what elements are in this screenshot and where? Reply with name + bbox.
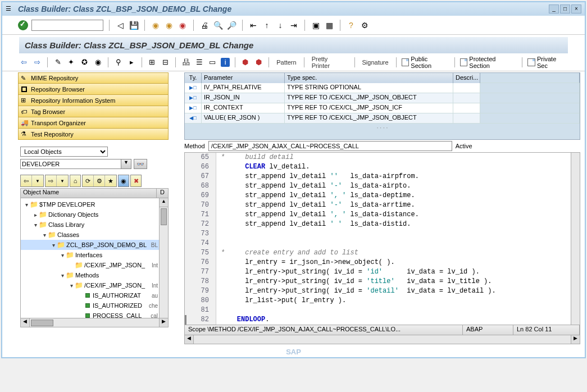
- enhance-icon[interactable]: ✪: [80, 57, 90, 67]
- tree-row[interactable]: ▾📁Class Library: [21, 220, 168, 230]
- app-toolbar: ◁ 💾 ◉ ◉ ◉ 🖨 🔍 🔎 ⇤ ↑ ↓ ⇥ ▣ ▦ ? ⚙: [2, 16, 585, 35]
- next-page-icon[interactable]: ↓: [275, 20, 285, 30]
- signature-button[interactable]: Signature: [360, 59, 391, 66]
- where-used-icon[interactable]: ⊞: [147, 57, 157, 67]
- tree-close-icon[interactable]: ✖: [130, 175, 142, 187]
- code-body[interactable]: * build detail CLEAR lv_detail. str_appe…: [216, 153, 571, 325]
- close-button[interactable]: ×: [571, 4, 581, 13]
- layout-icon[interactable]: ⚙: [360, 20, 370, 30]
- code-hscroll[interactable]: ◀▶: [184, 335, 580, 344]
- tree-back-dd-icon[interactable]: ▼: [32, 175, 43, 186]
- tree-row[interactable]: IS_AUTHORIZEDche: [21, 300, 168, 311]
- pretty-printer-button[interactable]: Pretty Printer: [310, 56, 349, 69]
- breakpoint-icon[interactable]: ⬢: [240, 57, 251, 67]
- param-row[interactable]: ▶□IV_PATH_RELATIVETYPE STRING OPTIONAL: [185, 83, 580, 93]
- other-object-icon[interactable]: ✦: [66, 57, 76, 67]
- tree-tool-icon[interactable]: ⚙: [94, 175, 105, 186]
- tree-toolbar: ⇦▼ ⇨▼ ⌂ ⟳⚙★ ◉ ✖: [20, 175, 169, 187]
- cancel-icon[interactable]: ◉: [178, 20, 188, 30]
- back-exit-icon[interactable]: ◉: [151, 20, 161, 30]
- nav-back-icon[interactable]: ⇦: [19, 57, 29, 67]
- status-pos: Ln 82 Col 11: [513, 325, 580, 335]
- public-section-link[interactable]: Public Section: [402, 56, 449, 69]
- print-icon[interactable]: 🖨: [199, 20, 210, 30]
- app-menu-icon[interactable]: ☰: [6, 5, 13, 13]
- param-row[interactable]: ◀□VALUE( ER_JSON )TYPE REF TO /CEX/CL_JM…: [185, 113, 580, 124]
- activate-icon[interactable]: ⚲: [113, 57, 124, 67]
- breakpoint2-icon[interactable]: ⬢: [254, 57, 264, 67]
- tree-fwd-dd-icon[interactable]: ▼: [57, 175, 68, 186]
- status-dot-icon: [85, 303, 90, 308]
- param-row[interactable]: ▶□IR_CONTEXTTYPE REF TO /CEX/CL_JMP_JSON…: [185, 103, 580, 113]
- nav-repo-info[interactable]: ⊞Repository Information System: [18, 95, 169, 106]
- tree-back-icon[interactable]: ⇦: [21, 175, 32, 186]
- outline-icon[interactable]: ☰: [194, 57, 204, 67]
- method-name-field[interactable]: [208, 141, 452, 151]
- check-icon[interactable]: ◉: [93, 57, 103, 67]
- minimize-button[interactable]: _: [549, 4, 559, 13]
- nav-test[interactable]: ⚗Test Repository: [18, 129, 169, 140]
- tree-vscroll[interactable]: ▲▼: [159, 198, 168, 327]
- nav-transport[interactable]: 🚚Transport Organizer: [18, 117, 169, 129]
- save-icon[interactable]: 💾: [129, 20, 139, 30]
- nav-fwd-icon[interactable]: ⇨: [33, 57, 43, 67]
- tree-row[interactable]: ▾📁Classes: [21, 230, 168, 240]
- tree-hscroll[interactable]: ◀▶: [21, 318, 168, 327]
- command-field[interactable]: [31, 20, 103, 31]
- action-bar: ⇦ ⇨ ✎ ✦ ✪ ◉ ⚲ ▸ ⊞ ⊟ 品 ☰ ▭ i ⬢ ⬢ Pattern …: [2, 53, 585, 71]
- last-page-icon[interactable]: ⇥: [289, 20, 299, 30]
- private-section-link[interactable]: Private Sec: [527, 56, 568, 69]
- exit-icon[interactable]: ◉: [164, 20, 174, 30]
- tree-row[interactable]: ▾📁ZCL_BSP_JSON_DEMO_BLBL: [21, 240, 168, 250]
- nav-tag[interactable]: 🏷Tag Browser: [18, 106, 169, 117]
- nav-repo-browser[interactable]: 🞐Repository Browser: [18, 84, 169, 95]
- enter-icon[interactable]: [18, 20, 28, 30]
- display-icon[interactable]: ✎: [53, 57, 63, 67]
- first-page-icon[interactable]: ⇤: [248, 20, 258, 30]
- test-icon[interactable]: ▸: [126, 57, 136, 67]
- tree-row[interactable]: ▾📁Methods: [21, 270, 168, 280]
- col-spec[interactable]: Type spec.: [285, 73, 453, 83]
- nav-mime[interactable]: ✎MIME Repository: [18, 72, 169, 84]
- param-row[interactable]: ▶□IR_JSON_INTYPE REF TO /CEX/CL_JMP_JSON…: [185, 93, 580, 103]
- tree-fwd-icon[interactable]: ⇨: [45, 175, 57, 186]
- package-input[interactable]: [20, 159, 121, 169]
- page-title: Class Builder: Class ZCL_BSP_JSON_DEMO_B…: [19, 37, 568, 53]
- tree-row[interactable]: IS_AUTHORIZATau: [21, 290, 168, 300]
- tree-row[interactable]: 📁/CEX/IF_JMP_JSON_Int: [21, 260, 168, 270]
- find-icon[interactable]: 🔍: [213, 20, 223, 30]
- display-list-icon[interactable]: ⊟: [161, 57, 171, 67]
- tree-set-icon[interactable]: ◉: [118, 175, 129, 187]
- tree-refresh-icon[interactable]: ⟳: [83, 175, 94, 186]
- hierarchy-icon[interactable]: 品: [181, 57, 191, 67]
- find-next-icon[interactable]: 🔎: [226, 20, 236, 30]
- fullscreen-icon[interactable]: ▭: [208, 57, 218, 67]
- col-type[interactable]: Ty.: [185, 73, 202, 83]
- tree-up-icon[interactable]: ⌂: [70, 175, 81, 187]
- tree-row[interactable]: ▸📁Dictionary Objects: [21, 209, 168, 220]
- maximize-button[interactable]: □: [560, 4, 570, 13]
- code-vscroll[interactable]: [571, 153, 580, 325]
- shortcut-icon[interactable]: ▦: [324, 20, 334, 30]
- status-bar: Scope \METHOD /CEX/IF_JMP_JSON_AJAX_CALL…: [184, 325, 580, 335]
- status-dot-icon: [85, 293, 90, 298]
- col-desc[interactable]: Descri...: [453, 73, 480, 83]
- help-icon[interactable]: ?: [346, 20, 356, 30]
- status-scope: Scope \METHOD /CEX/IF_JMP_JSON_AJAX_CALL…: [185, 325, 463, 335]
- display-button[interactable]: 👓: [134, 159, 147, 169]
- code-editor[interactable]: 656667686970717273747576777879808182 * b…: [184, 152, 580, 325]
- tree-row[interactable]: ▾📁$TMP DEVELOPER: [21, 199, 168, 209]
- new-session-icon[interactable]: ▣: [311, 20, 321, 30]
- protected-section-link[interactable]: Protected Section: [460, 56, 517, 69]
- prev-page-icon[interactable]: ↑: [262, 20, 272, 30]
- tree-header: Object Name D: [20, 188, 169, 198]
- object-type-select[interactable]: Local Objects: [20, 147, 108, 157]
- back-icon[interactable]: ◁: [115, 20, 125, 30]
- tree-favorite-icon[interactable]: ★: [105, 175, 116, 186]
- col-parameter[interactable]: Parameter: [202, 73, 285, 83]
- info-icon[interactable]: i: [221, 58, 230, 67]
- tree-row[interactable]: ▾📁/CEX/IF_JMP_JSON_Int: [21, 280, 168, 290]
- tree-row[interactable]: ▾📁Interfaces: [21, 250, 168, 260]
- pattern-button[interactable]: Pattern: [274, 59, 298, 66]
- combo-dropdown-icon[interactable]: ▼: [121, 159, 131, 169]
